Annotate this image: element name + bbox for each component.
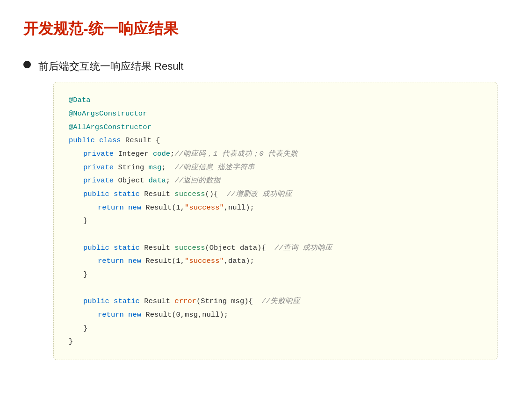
code-line-class: public class Result {	[69, 134, 482, 147]
bullet-dot	[23, 61, 31, 68]
code-line-blank2	[69, 282, 482, 295]
code-block: @Data @NoArgsConstructor @AllArgsConstru…	[53, 82, 498, 360]
code-line-annotation2: @NoArgsConstructor	[69, 107, 482, 121]
code-line-method2: public static Result success(Object data…	[69, 241, 482, 255]
code-line-method3: public static Result error(String msg){ …	[69, 295, 482, 308]
code-line-return3: return new Result(0,msg,null);	[69, 308, 482, 322]
code-line-return1: return new Result(1,"success",null);	[69, 201, 482, 215]
code-line-close1: }	[69, 214, 482, 228]
page-title: 开发规范-统一响应结果	[23, 19, 489, 39]
code-line-annotation1: @Data	[69, 94, 482, 107]
code-line-return2: return new Result(1,"success",data);	[69, 254, 482, 268]
code-line-field3: private Object data; //返回的数据	[69, 174, 482, 188]
bullet-label: 前后端交互统一响应结果 Result	[38, 60, 183, 72]
code-line-method1: public static Result success(){ //增删改 成功…	[69, 188, 482, 201]
code-line-class-close: }	[69, 335, 482, 348]
code-line-annotation3: @AllArgsConstructor	[69, 121, 482, 134]
code-line-close3: }	[69, 322, 482, 335]
code-line-field2: private String msg; //响应信息 描述字符串	[69, 161, 482, 174]
code-line-close2: }	[69, 268, 482, 282]
bullet-section: 前后端交互统一响应结果 Result @Data @NoArgsConstruc…	[23, 58, 489, 360]
code-line-blank1	[69, 228, 482, 241]
code-line-field1: private Integer code;//响应码，1 代表成功；0 代表失败	[69, 147, 482, 161]
